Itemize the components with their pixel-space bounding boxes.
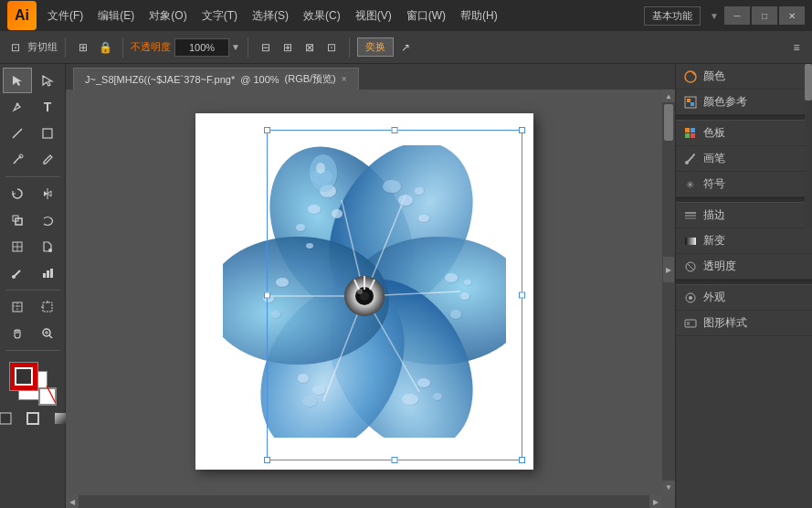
workspace-label[interactable]: 基本功能 <box>644 6 701 26</box>
slice-tool[interactable] <box>3 294 32 320</box>
menu-view[interactable]: 视图(V) <box>348 0 399 31</box>
mesh-tool[interactable] <box>3 234 32 259</box>
paint-brush-tool[interactable] <box>33 147 62 173</box>
scroll-thumb[interactable] <box>664 104 673 141</box>
direct-select-tool[interactable] <box>33 68 62 93</box>
panel-item-brush[interactable]: 画笔 <box>676 146 812 172</box>
handle-bottom-left[interactable] <box>264 457 270 463</box>
warp-tool[interactable] <box>33 207 62 233</box>
cut-group-icon: ⊡ <box>5 37 26 58</box>
mask-icon[interactable]: ⊞ <box>73 37 93 58</box>
align-h-icon[interactable]: ⊟ <box>256 37 276 58</box>
svg-point-12 <box>12 275 16 279</box>
svg-point-59 <box>433 393 442 400</box>
tool-row-3 <box>3 121 62 146</box>
eyedropper-tool[interactable] <box>3 260 32 286</box>
line-tool[interactable] <box>3 121 32 146</box>
scroll-right-button[interactable]: ▶ <box>649 495 662 508</box>
scroll-up-button[interactable]: ▲ <box>662 90 675 102</box>
exchange-button[interactable]: 奕换 <box>357 37 394 57</box>
menu-help[interactable]: 帮助(H) <box>453 0 505 31</box>
svg-point-54 <box>460 292 469 300</box>
panel-item-stroke[interactable]: 描边 <box>676 203 812 228</box>
rotate-tool[interactable] <box>3 181 32 206</box>
menu-object[interactable]: 对象(O) <box>142 0 194 31</box>
svg-line-25 <box>49 335 52 338</box>
menu-file[interactable]: 文件(F) <box>40 0 90 31</box>
scroll-left-button[interactable]: ◀ <box>66 495 79 508</box>
svg-rect-80 <box>691 128 695 132</box>
right-panel-scrollbar[interactable] <box>805 64 812 228</box>
svg-point-10 <box>48 249 52 252</box>
stroke-icon <box>683 208 698 223</box>
pen-tool[interactable] <box>3 94 32 120</box>
canvas-horizontal-scrollbar[interactable]: ◀ ▶ <box>66 495 662 508</box>
opacity-input[interactable] <box>174 38 229 57</box>
panel-item-color[interactable]: 颜色 <box>676 64 812 90</box>
stroke-button[interactable] <box>20 408 46 429</box>
document-tab[interactable]: J~_S8[MHZ6((~$JAE`378~F.png* @ 100% (RGB… <box>73 68 359 90</box>
panel-item-gradient[interactable]: 新变 <box>676 228 812 254</box>
opacity-dropdown-icon[interactable]: ▼ <box>231 42 240 52</box>
right-panel-scroll-thumb[interactable] <box>805 64 812 101</box>
panel-brush-label: 画笔 <box>703 151 725 166</box>
restore-button[interactable]: □ <box>752 6 777 25</box>
panel-item-transparency[interactable]: 透明度 <box>676 254 812 280</box>
handle-bottom-right[interactable] <box>519 457 525 463</box>
panel-item-appearance[interactable]: 外观 <box>676 285 812 311</box>
svg-rect-79 <box>685 128 690 132</box>
distribute-h-icon[interactable]: ⊠ <box>300 37 320 58</box>
selection-tool[interactable] <box>3 68 32 93</box>
rectangle-tool[interactable] <box>33 121 62 146</box>
menu-effect[interactable]: 效果(C) <box>296 0 348 31</box>
type-tool[interactable]: T <box>33 94 62 120</box>
fill-button[interactable] <box>0 408 18 429</box>
panel-item-graphic-styles[interactable]: 图形样式 <box>676 311 812 336</box>
panel-collapse-button[interactable]: ▶ <box>662 256 675 283</box>
align-v-icon[interactable]: ⊞ <box>278 37 298 58</box>
handle-bottom-mid[interactable] <box>391 457 397 463</box>
scale-tool[interactable] <box>3 207 32 233</box>
tool-row-2: T <box>3 94 62 120</box>
tool-separator-1 <box>5 176 60 177</box>
toolbar: ⊡ 剪切组 ⊞ 🔒 不透明度 ▼ ⊟ ⊞ ⊠ ⊡ 奕换 ↗ ≡ <box>0 31 812 64</box>
distribute-v-icon[interactable]: ⊡ <box>322 37 342 58</box>
menu-edit[interactable]: 编辑(E) <box>90 0 142 31</box>
hand-tool[interactable] <box>3 321 32 346</box>
panel-item-symbol[interactable]: ✳ 符号 <box>676 172 812 197</box>
minimize-button[interactable]: ─ <box>724 6 750 25</box>
canvas-vertical-scrollbar[interactable]: ▲ ▼ <box>662 90 675 493</box>
canvas-container[interactable]: ▲ ▼ ◀ ▶ <box>66 90 675 508</box>
panel-toggle-icon[interactable]: ≡ <box>786 37 807 58</box>
svg-rect-93 <box>685 320 696 327</box>
panel-item-swatch[interactable]: 色板 <box>676 121 812 146</box>
tab-close-button[interactable]: × <box>342 74 347 84</box>
title-controls: 基本功能 ▼ ─ □ ✕ <box>644 6 805 26</box>
zoom-tool[interactable] <box>33 321 62 346</box>
svg-point-46 <box>332 209 343 218</box>
toolbar-right: ≡ <box>786 37 807 58</box>
reflect-tool[interactable] <box>33 181 62 206</box>
menu-window[interactable]: 窗口(W) <box>399 0 453 31</box>
title-bar: Ai 文件(F) 编辑(E) 对象(O) 文字(T) 选择(S) 效果(C) 视… <box>0 0 812 31</box>
chart-tool[interactable] <box>33 260 62 286</box>
exchange-icon[interactable]: ↗ <box>395 37 416 58</box>
menu-select[interactable]: 选择(S) <box>245 0 296 31</box>
svg-rect-19 <box>43 302 52 312</box>
menu-text[interactable]: 文字(T) <box>195 0 245 31</box>
svg-point-64 <box>263 295 274 302</box>
toolbar-separator-3 <box>248 37 248 58</box>
canvas-area: J~_S8[MHZ6((~$JAE`378~F.png* @ 100% (RGB… <box>66 64 675 508</box>
panel-stroke-label: 描边 <box>703 207 725 223</box>
lock-icon[interactable]: 🔒 <box>95 37 115 58</box>
handle-right-mid[interactable] <box>519 292 525 299</box>
artboard-tool[interactable] <box>33 294 62 320</box>
foreground-color-box[interactable] <box>9 362 38 391</box>
paint-bucket-tool[interactable] <box>33 234 62 259</box>
close-button[interactable]: ✕ <box>779 6 805 25</box>
panel-item-color-ref[interactable]: 颜色参考 <box>676 90 812 115</box>
handle-top-right[interactable] <box>519 127 525 133</box>
pencil-tool[interactable] <box>3 147 32 173</box>
document-mode: (RGB/预览) <box>285 72 336 86</box>
scroll-down-button[interactable]: ▼ <box>662 481 675 493</box>
